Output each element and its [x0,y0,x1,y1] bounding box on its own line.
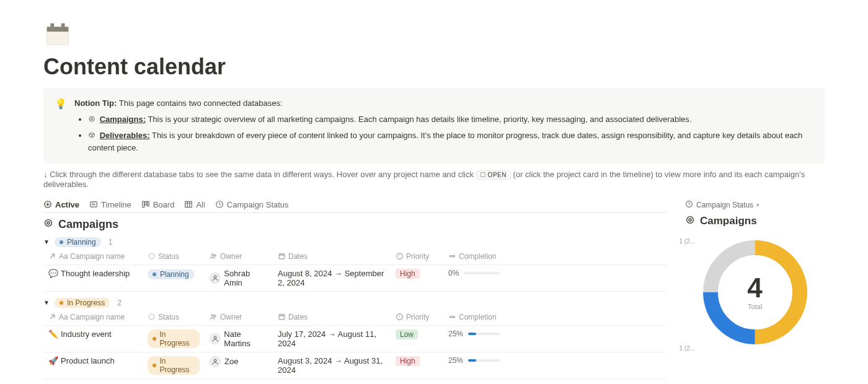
campaigns-table: Aa Campaign nameStatusOwnerDatesPriority… [43,248,666,292]
table-row[interactable]: 💬Thought leadershipPlanningSohrab AminAu… [43,264,666,291]
tip-label: Notion Tip: [74,98,117,108]
dates-cell: August 3, 2024 → August 31, 2024 [273,352,391,378]
tab-icon [215,200,224,209]
group-planning[interactable]: ▼Planning1 [43,237,666,247]
page-title[interactable]: Content calendar [43,54,825,80]
priority-tag: High [396,356,420,366]
svg-rect-11 [148,201,149,206]
svg-point-29 [214,336,216,339]
status-tag: In Progress [148,329,200,348]
owner-cell: Nate Martins [210,329,268,348]
target-icon [685,215,695,228]
group-count: 1 [108,238,113,247]
status-tag: In Progress [148,356,200,375]
group-in-progress[interactable]: ▼In Progress2 [43,298,666,308]
svg-point-6 [91,118,93,120]
box-icon [88,131,97,140]
db-tabs: ActiveTimelineBoardAllCampaign Status [43,200,666,213]
svg-point-25 [214,315,216,317]
owner-cell: Sohrab Amin [210,269,268,287]
priority-tag: Low [396,329,418,339]
tip-intro: This page contains two connected databas… [119,98,283,108]
tab-icon [89,200,98,209]
tab-campaign-status[interactable]: Campaign Status [215,200,289,209]
page-icon [43,19,825,49]
svg-rect-19 [279,253,285,258]
chevron-down-icon: ▼ [43,238,50,245]
avatar [210,356,221,367]
campaign-status-donut: 1 (2... 4 Total 1 (2... [697,234,813,351]
owner-cell: Zoe [210,356,268,367]
clock-icon [685,200,693,210]
status-tag: Planning [55,237,101,247]
campaigns-label: Campaigns: [100,115,146,124]
chevron-down-icon: ▾ [756,202,760,208]
svg-point-16 [149,253,154,259]
donut-total-value: 4 [747,274,762,302]
avatar [210,333,220,344]
svg-point-18 [214,255,216,256]
open-badge: OPEN [476,170,511,180]
completion-cell: 25% [448,329,500,338]
svg-rect-28 [450,316,455,317]
donut-total-label: Total [748,303,762,310]
svg-rect-26 [279,314,285,319]
svg-point-30 [214,359,216,362]
svg-rect-9 [142,201,144,207]
deliverables-desc: This is your breakdown of every piece of… [88,131,802,152]
hint-text: ↓ Click through the different database t… [43,170,825,189]
table-row[interactable]: 🚀Product launchIn ProgressZoeAugust 3, 2… [43,352,666,378]
svg-point-33 [689,219,691,221]
svg-rect-12 [185,201,192,207]
tab-timeline[interactable]: Timeline [89,200,131,209]
tab-icon [184,200,193,209]
target-icon [88,115,97,124]
deliverables-label: Deliverables: [100,131,150,140]
donut-slice-label-top: 1 (2... [680,238,696,245]
donut-slice-label-bottom: 1 (2... [680,345,696,352]
svg-rect-10 [145,201,147,205]
svg-point-23 [149,314,154,320]
db-title[interactable]: Campaigns [43,218,666,231]
group-count: 2 [117,299,122,307]
svg-point-5 [89,116,94,121]
svg-point-22 [214,276,216,278]
status-tag: In Progress [55,298,110,308]
campaigns-desc: This is your strategic overview of all m… [148,115,691,124]
target-icon [43,218,53,231]
completion-cell: 0% [448,269,500,277]
tab-active[interactable]: Active [43,200,79,209]
tab-icon [43,200,52,209]
avatar [210,273,220,284]
svg-point-24 [211,314,213,316]
svg-point-32 [687,216,694,223]
lightbulb-icon: 💡 [55,97,67,155]
tab-board[interactable]: Board [141,200,175,209]
tip-callout: 💡 Notion Tip: This page contains two con… [43,89,825,164]
svg-rect-2 [47,32,69,45]
completion-cell: 25% [448,356,500,365]
svg-point-15 [47,222,50,224]
table-row[interactable]: ✏️Industry eventIn ProgressNate MartinsJ… [43,325,666,352]
campaigns-table: Aa Campaign nameStatusOwnerDatesPriority… [43,309,666,379]
svg-point-14 [45,219,52,226]
chevron-down-icon: ▼ [43,299,50,306]
right-db-title[interactable]: Campaigns [685,215,825,228]
status-tag: Planning [148,269,194,279]
tab-all[interactable]: All [184,200,205,209]
svg-rect-4 [61,24,65,30]
dates-cell: August 8, 2024 → September 2, 2024 [273,264,391,291]
dates-cell: July 17, 2024 → August 11, 2024 [273,325,391,352]
priority-tag: High [396,269,420,279]
tab-icon [141,200,150,209]
svg-point-17 [211,253,213,255]
sort-campaign-status[interactable]: Campaign Status ▾ [685,200,825,210]
svg-rect-21 [450,255,455,256]
svg-rect-1 [47,27,69,32]
svg-rect-3 [51,24,55,30]
